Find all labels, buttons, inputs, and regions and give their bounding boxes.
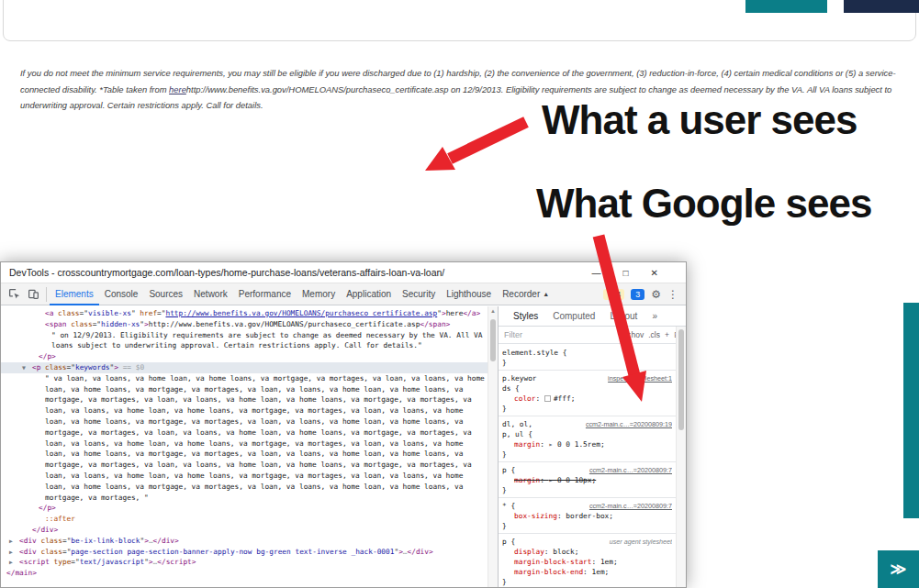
code-token: </div> — [408, 548, 433, 556]
dom-node-line[interactable]: </main> — [1, 568, 498, 579]
dom-node-line[interactable]: <a class="visible-xs" href="http://www.b… — [1, 308, 498, 319]
css-rule[interactable]: ccm2-main.c…=20200809:7p {margin: ▸ 0 0 … — [499, 462, 676, 498]
styles-filter-row: Filter :hov.cls+⊞ — [499, 327, 686, 344]
devtools-title: DevTools - crosscountrymortgage.com/loan… — [9, 267, 444, 278]
window-controls: — □ ✕ — [592, 262, 658, 283]
chat-widget-button[interactable]: ≫ — [878, 550, 919, 588]
tab-security[interactable]: Security — [397, 283, 441, 305]
code-token: " — [131, 309, 140, 317]
color-swatch[interactable] — [544, 395, 551, 402]
devtools-titlebar[interactable]: DevTools - crosscountrymortgage.com/loan… — [1, 262, 686, 283]
device-toolbar-icon[interactable] — [24, 285, 43, 303]
css-selector: p { — [502, 538, 515, 546]
filter-toggle[interactable]: :hov — [629, 330, 644, 339]
styles-filter-input[interactable]: Filter — [504, 330, 522, 339]
dom-node-line[interactable]: ▶<div class="page-section page-section-b… — [1, 547, 498, 558]
label-what-google-sees: What Google sees — [536, 181, 871, 227]
tab-application[interactable]: Application — [341, 283, 397, 305]
dom-node-line[interactable]: " va loan, va loans, va home loan, va ho… — [1, 373, 498, 504]
styles-rules: element.style {}inspector-stylesheet:1p.… — [499, 345, 676, 587]
close-button[interactable]: ✕ — [651, 268, 658, 278]
toolbar-right-cluster: ▲4 3 ⚙ ⋮ — [603, 288, 686, 301]
minimize-button[interactable]: — — [592, 268, 601, 278]
dom-node-line[interactable]: </p> — [1, 503, 498, 514]
settings-gear-icon[interactable]: ⚙ — [651, 288, 661, 301]
code-token: =" — [62, 548, 71, 556]
scrollbar-thumb[interactable] — [490, 319, 496, 361]
css-rule[interactable]: element.style {} — [499, 345, 676, 371]
filter-toggle[interactable]: .cls — [648, 330, 660, 339]
code-token: </div> — [153, 537, 179, 545]
code-token: keywords — [75, 363, 110, 372]
filter-toggles: :hov.cls+⊞ — [629, 330, 680, 339]
css-selector: p { — [502, 466, 515, 474]
styles-tab-[interactable]: » — [644, 306, 665, 327]
css-property[interactable]: margin-block-start: 1em; — [502, 557, 672, 567]
code-token: class — [40, 548, 62, 556]
here-link[interactable]: here — [169, 84, 186, 94]
dom-node-line[interactable]: </div> — [1, 525, 498, 536]
stylesheet-link[interactable]: ccm2-main.c…=20200809:19 — [586, 419, 672, 429]
filter-toggle[interactable]: + — [665, 330, 669, 339]
code-token: <span — [45, 320, 71, 328]
tab-console[interactable]: Console — [99, 283, 144, 305]
styles-panel: StylesComputedLayout» Filter :hov.cls+⊞ … — [498, 306, 686, 587]
tab-performance[interactable]: Performance — [233, 283, 297, 305]
tab-sources[interactable]: Sources — [143, 283, 188, 305]
css-property[interactable]: display: block; — [502, 547, 672, 557]
stylesheet-link[interactable]: ccm2-main.c…=20200809:7 — [589, 465, 672, 475]
dom-node-line[interactable]: " on 12/9/2013. Eligibility requirements… — [1, 330, 498, 352]
css-property[interactable]: color: #fff; — [502, 394, 672, 404]
dom-node-line[interactable]: ::after — [1, 514, 498, 525]
code-token: <div — [19, 548, 40, 556]
stylesheet-link[interactable]: user agent stylesheet — [610, 537, 672, 547]
inspect-element-icon[interactable] — [5, 285, 24, 303]
styles-tab-styles[interactable]: Styles — [506, 306, 545, 327]
tab-recorder[interactable]: Recorder▲ — [497, 283, 555, 305]
stylesheet-link[interactable]: ccm2-main.c…=20200809:7 — [589, 501, 672, 511]
dom-node-line[interactable]: ▶<div class="be-ix-link-block">…</div> — [1, 536, 498, 547]
maximize-button[interactable]: □ — [623, 268, 629, 278]
code-token: </a> — [463, 309, 480, 317]
stylesheet-link[interactable]: inspector-stylesheet:1 — [608, 373, 672, 383]
css-rule[interactable]: ccm2-main.c…=20200809:19dl, ol,p, ul {ma… — [499, 416, 676, 462]
code-token: hidden-xs — [101, 320, 140, 328]
styles-tab-computed[interactable]: Computed — [545, 306, 602, 327]
tab-network[interactable]: Network — [188, 283, 233, 305]
code-token: =" — [67, 363, 75, 372]
styles-scrollbar[interactable] — [676, 327, 686, 587]
css-rule[interactable]: user agent stylesheetp {display: block;m… — [499, 534, 676, 587]
label-what-user-sees: What a user sees — [542, 97, 857, 143]
css-property[interactable]: margin: ▸ 0 0 10px; — [502, 475, 672, 485]
styles-tab-layout[interactable]: Layout — [602, 306, 644, 327]
dom-node-line[interactable]: ▼<p class="keywords"> == $0 — [1, 362, 498, 373]
tab-elements[interactable]: Elements — [50, 283, 99, 305]
dom-node-line[interactable]: ▶<script type="text/javascript">…</scrip… — [1, 557, 498, 568]
css-selector: p.keywor — [502, 374, 537, 383]
code-token: type — [54, 558, 72, 566]
dom-node-line[interactable]: </p> — [1, 351, 498, 362]
css-rule[interactable]: inspector-stylesheet:1p.keywords {color:… — [499, 371, 676, 416]
css-property[interactable]: margin-block-end: 1em; — [502, 567, 672, 577]
css-property[interactable]: box-sizing: border-box; — [502, 511, 672, 521]
code-token: ::after — [45, 515, 75, 523]
css-property[interactable]: margin: ▸ 0 0 1.5rem; — [502, 439, 672, 449]
css-selector: element.style { — [502, 349, 566, 357]
issues-badge[interactable]: ▲4 — [603, 289, 624, 300]
code-token: </div> — [32, 526, 58, 534]
more-options-icon[interactable]: ⋮ — [667, 288, 678, 301]
code-token: </p> — [39, 352, 56, 361]
code-token: =" — [93, 320, 101, 328]
scroll-up-icon[interactable]: ▲ — [490, 308, 496, 314]
code-token: </p> — [39, 504, 56, 512]
code-token: be-ix-link-block — [71, 537, 140, 545]
scrollbar-thumb[interactable] — [678, 329, 684, 430]
tab-lighthouse[interactable]: Lighthouse — [441, 283, 497, 305]
tab-memory[interactable]: Memory — [297, 283, 341, 305]
elements-scrollbar[interactable]: ▲ — [488, 306, 498, 587]
dom-node-line[interactable]: <span class="hidden-xs">http://www.benef… — [1, 319, 498, 330]
warning-icon: ▲ — [607, 290, 614, 298]
code-token: <a — [45, 309, 58, 317]
css-rule[interactable]: ccm2-main.c…=20200809:7* {box-sizing: bo… — [499, 498, 676, 534]
console-messages-badge[interactable]: 3 — [631, 289, 644, 300]
